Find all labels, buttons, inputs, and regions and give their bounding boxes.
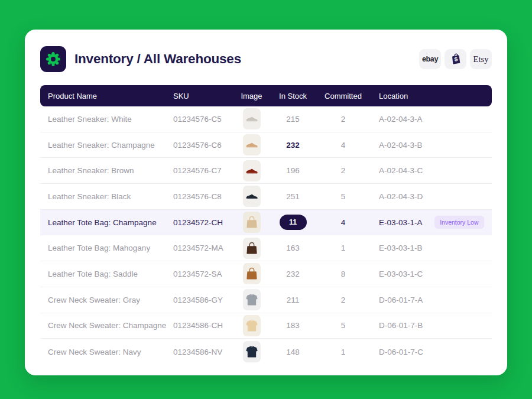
location-value: E-03-03-1-C <box>371 270 423 278</box>
page-title: Inventory / All Warehouses <box>74 51 241 67</box>
product-name: Leather Sneaker: Brown <box>40 166 173 175</box>
sweater-icon <box>245 345 259 359</box>
tote-icon <box>245 267 259 281</box>
product-image-cell <box>232 341 271 362</box>
column-header-sku: SKU <box>173 92 232 100</box>
location-value: A-02-04-3-C <box>371 166 423 175</box>
table-row[interactable]: Leather Tote Bag: Saddle 01234572-SA 232… <box>40 261 492 287</box>
product-image-cell <box>232 289 271 310</box>
committed-value: 5 <box>315 321 371 330</box>
product-image-cell <box>232 108 271 129</box>
committed-value: 2 <box>315 115 371 124</box>
product-name: Crew Neck Sweater: Navy <box>40 348 173 356</box>
table-row[interactable]: Leather Sneaker: Brown 01234576-C7 196 2… <box>40 158 492 184</box>
product-thumbnail <box>243 186 261 207</box>
location-value: D-06-01-7-B <box>371 321 423 330</box>
committed-value: 2 <box>315 166 371 175</box>
table-row[interactable]: Leather Sneaker: Champagne 01234576-C6 2… <box>40 132 492 158</box>
sneaker-icon <box>245 112 259 126</box>
product-thumbnail <box>243 212 261 233</box>
product-thumbnail <box>243 289 261 310</box>
in-stock-cell: 232 <box>271 270 315 278</box>
product-sku: 01234586-NV <box>173 348 232 356</box>
product-sku: 01234576-C5 <box>173 115 232 124</box>
product-name: Leather Sneaker: White <box>40 115 173 124</box>
in-stock-cell: 251 <box>271 192 315 201</box>
product-name: Crew Neck Sweater: Gray <box>40 296 173 304</box>
in-stock-cell: 211 <box>271 296 315 304</box>
table-row[interactable]: Crew Neck Sweater: Gray 01234586-GY 211 … <box>40 287 492 313</box>
table-header: Product Name SKU Image In Stock Committe… <box>40 85 492 106</box>
product-sku: 01234576-C6 <box>173 141 232 150</box>
in-stock-value: 163 <box>286 244 300 252</box>
table-row[interactable]: Crew Neck Sweater: Navy 01234586-NV 148 … <box>40 339 492 365</box>
committed-value: 2 <box>315 296 371 304</box>
in-stock-value: 211 <box>287 296 300 304</box>
inventory-low-badge: Inventory Low <box>434 216 484 229</box>
in-stock-value: 251 <box>286 192 300 201</box>
gear-icon <box>45 51 61 67</box>
in-stock-value: 148 <box>286 348 300 356</box>
in-stock-cell: 163 <box>271 244 315 252</box>
in-stock-cell: 196 <box>271 166 315 175</box>
in-stock-value: 196 <box>286 166 300 175</box>
product-image-cell <box>232 160 271 181</box>
product-thumbnail <box>243 341 261 362</box>
committed-value: 4 <box>315 141 371 150</box>
etsy-badge[interactable]: Etsy <box>470 49 492 69</box>
inventory-table: Product Name SKU Image In Stock Committe… <box>40 85 492 365</box>
location-value: E-03-03-1-A <box>371 218 423 227</box>
in-stock-value: 11 <box>280 215 307 230</box>
product-sku: 01234586-CH <box>173 321 232 330</box>
product-name: Leather Sneaker: Champagne <box>40 141 173 150</box>
ebay-badge[interactable]: ebay <box>419 49 441 69</box>
product-thumbnail <box>243 238 261 259</box>
app-logo <box>40 46 66 72</box>
product-image-cell <box>232 134 271 155</box>
marketplace-badges: ebay S Etsy <box>419 49 492 69</box>
table-body: Leather Sneaker: White 01234576-C5 215 2… <box>40 106 492 365</box>
in-stock-value: 183 <box>286 321 300 330</box>
column-header-committed: Committed <box>325 92 362 100</box>
in-stock-cell: 148 <box>271 348 315 356</box>
in-stock-cell: 11 <box>271 215 315 230</box>
product-image-cell <box>232 315 271 336</box>
ebay-logo: ebay <box>422 55 438 63</box>
committed-value: 1 <box>315 244 371 252</box>
column-header-image: Image <box>241 92 262 100</box>
location-value: A-02-04-3-B <box>371 141 423 150</box>
product-thumbnail <box>243 263 261 284</box>
in-stock-value: 232 <box>286 270 300 278</box>
column-header-in-stock: In Stock <box>279 92 307 100</box>
product-thumbnail <box>243 134 261 155</box>
in-stock-value: 215 <box>286 115 300 124</box>
product-name: Leather Tote Bag: Mahogany <box>40 244 173 252</box>
committed-value: 1 <box>315 348 371 356</box>
table-row[interactable]: Leather Sneaker: Black 01234576-C8 251 5… <box>40 184 492 210</box>
row-badge-area: Inventory Low <box>423 216 494 229</box>
inventory-app-window: Inventory / All Warehouses ebay S Etsy <box>25 30 507 375</box>
sweater-icon <box>245 293 259 307</box>
tote-icon <box>245 241 259 255</box>
desktop-background: Inventory / All Warehouses ebay S Etsy <box>0 0 532 399</box>
in-stock-cell: 183 <box>271 321 315 330</box>
committed-value: 4 <box>315 218 371 227</box>
location-value: D-06-01-7-A <box>371 296 423 304</box>
in-stock-cell: 232 <box>271 141 315 150</box>
table-row[interactable]: Leather Tote Bag: Champagne 01234572-CH … <box>40 210 492 236</box>
sweater-icon <box>245 319 259 333</box>
product-sku: 01234576-C8 <box>173 192 232 201</box>
sneaker-icon <box>245 138 259 152</box>
sneaker-icon <box>245 189 259 203</box>
table-row[interactable]: Leather Sneaker: White 01234576-C5 215 2… <box>40 106 492 132</box>
product-name: Crew Neck Sweater: Champagne <box>40 321 173 330</box>
shopify-bag-icon: S <box>449 52 463 66</box>
product-thumbnail <box>243 108 261 129</box>
product-sku: 01234572-SA <box>173 270 232 278</box>
column-header-location: Location <box>371 92 421 100</box>
table-row[interactable]: Crew Neck Sweater: Champagne 01234586-CH… <box>40 313 492 339</box>
location-value: E-03-03-1-B <box>371 244 423 252</box>
product-name: Leather Tote Bag: Saddle <box>40 270 173 278</box>
shopify-badge[interactable]: S <box>445 49 466 69</box>
table-row[interactable]: Leather Tote Bag: Mahogany 01234572-MA 1… <box>40 235 492 261</box>
